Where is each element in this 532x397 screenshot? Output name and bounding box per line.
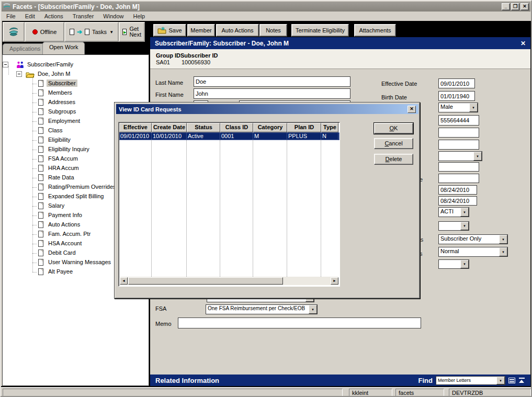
date-field-1[interactable] — [438, 185, 477, 195]
panel-title: Subscriber/Family: Subscriber - Doe, Joh… — [155, 40, 289, 47]
first-name-field[interactable] — [194, 88, 350, 99]
document-icon — [85, 29, 89, 35]
dialog-title-bar[interactable]: View ID Card Requests ✕ — [116, 104, 418, 114]
tab-applications[interactable]: Applications — [3, 43, 47, 54]
status-message-panel — [3, 389, 343, 397]
document-icon — [38, 99, 43, 106]
split-panel-icon[interactable] — [508, 378, 515, 383]
column-header-category[interactable]: Category — [253, 123, 287, 132]
sidebar-item-members[interactable]: Members — [3, 88, 149, 98]
column-header-type[interactable]: Type — [321, 123, 338, 132]
panel-close-icon[interactable]: ✕ — [520, 40, 526, 47]
normal-dropdown[interactable]: Normal▼ — [438, 247, 508, 257]
date-field-2[interactable] — [438, 196, 477, 206]
collapse-panel-icon[interactable] — [518, 378, 525, 383]
cell-class-id: 0001 — [220, 132, 253, 140]
tree-parent-label: Doe, John M — [36, 70, 72, 77]
auto-actions-button[interactable]: Auto Actions — [216, 24, 259, 37]
tree-root-subscriber-family[interactable]: Subscriber/Family — [3, 60, 149, 70]
title-bar[interactable]: Facets - [Subscriber/Family - Doe, John … — [2, 2, 530, 12]
document-icon — [38, 118, 43, 124]
document-icon — [38, 137, 43, 143]
birth-date-field[interactable] — [438, 91, 475, 101]
scroll-left-icon[interactable]: ◄ — [120, 277, 128, 285]
empty-dropdown-1[interactable]: ▼ — [438, 151, 482, 161]
menu-file[interactable]: File — [2, 12, 20, 20]
subscriber-only-dropdown[interactable]: Subscriber Only▼ — [438, 234, 508, 244]
get-next-label-line2: Next — [129, 31, 141, 38]
memo-field[interactable] — [178, 317, 421, 328]
cancel-button[interactable]: Cancel — [374, 138, 413, 149]
member-button[interactable]: Member — [187, 24, 215, 37]
effective-date-label: Effective Date — [381, 81, 417, 87]
id-card-requests-table: Effective Create Date Status Class ID Ca… — [118, 122, 340, 287]
dialog-close-icon[interactable]: ✕ — [408, 106, 416, 113]
empty-dropdown-2[interactable]: ▼ — [438, 221, 469, 231]
status-dropdown[interactable]: ACTI▼ — [438, 207, 469, 217]
scroll-right-icon[interactable]: ► — [331, 277, 338, 285]
cell-plan-id: PPLUS — [287, 132, 321, 140]
column-header-status[interactable]: Status — [187, 123, 220, 132]
facets-logo-button[interactable] — [3, 22, 25, 42]
column-header-effective[interactable]: Effective — [119, 123, 152, 132]
last-name-field[interactable] — [194, 76, 350, 87]
status-database: DEVTRZDB — [449, 389, 531, 397]
notes-button[interactable]: Notes — [259, 24, 287, 37]
column-header-create-date[interactable]: Create Date — [152, 123, 187, 132]
effective-date-field[interactable] — [438, 78, 475, 88]
column-gridline — [287, 140, 287, 277]
app-icon — [3, 3, 10, 10]
collapse-box-icon[interactable] — [16, 71, 22, 77]
tree-node-doe-john-m[interactable]: Doe, John M — [3, 70, 149, 79]
gender-dropdown[interactable]: Male▼ — [438, 103, 478, 112]
menu-actions[interactable]: Actions — [40, 12, 68, 20]
play-icon: ▶ — [123, 30, 126, 34]
fsa-dropdown[interactable]: One FSA Reimbursement per Check/EOB▼ — [206, 304, 318, 314]
get-next-button[interactable]: ▶ Get Next — [119, 22, 145, 42]
tasks-label: Tasks — [92, 29, 107, 35]
chevron-down-icon: ▼ — [499, 247, 507, 256]
view-id-card-requests-dialog: View ID Card Requests ✕ Effective Create… — [114, 102, 420, 299]
offline-button[interactable]: Offline — [25, 22, 64, 42]
chevron-down-icon: ▼ — [460, 222, 469, 230]
delete-button[interactable]: Delete — [374, 154, 413, 165]
group-id-value: SA01 — [156, 59, 170, 65]
tasks-button[interactable]: ➔ Tasks ▼ — [64, 22, 119, 42]
table-header-row: Effective Create Date Status Class ID Ca… — [119, 123, 339, 132]
application-window: Facets - [Subscriber/Family - Doe, John … — [0, 0, 532, 397]
arrow-right-icon: ➔ — [77, 28, 82, 36]
tab-open-work[interactable]: Open Work — [42, 42, 85, 54]
group-id-label: Group ID — [156, 52, 180, 59]
menu-help[interactable]: Help — [128, 12, 150, 20]
document-icon — [38, 174, 43, 181]
horizontal-scrollbar[interactable]: ◄ ► — [120, 277, 338, 285]
menu-transfer[interactable]: Transfer — [68, 12, 99, 20]
menu-edit[interactable]: Edit — [20, 12, 40, 20]
empty-field-2[interactable] — [438, 140, 479, 150]
menu-window[interactable]: Window — [98, 12, 128, 20]
column-gridline — [220, 140, 220, 277]
empty-field-4[interactable] — [438, 174, 479, 183]
save-icon — [157, 27, 166, 34]
column-header-plan-id[interactable]: Plan ID — [287, 123, 321, 132]
maximize-button[interactable]: ❒ — [511, 3, 519, 10]
empty-field-1[interactable] — [438, 128, 479, 138]
sidebar-item-subscriber[interactable]: Subscriber — [3, 79, 149, 88]
empty-field-3[interactable] — [438, 162, 479, 172]
ok-button[interactable]: OK — [374, 123, 413, 134]
facets-logo-icon — [8, 27, 19, 37]
empty-dropdown-3[interactable]: ▼ — [438, 259, 469, 269]
attachments-button[interactable]: Attachments — [354, 24, 396, 37]
close-button[interactable]: ✕ — [520, 3, 529, 10]
save-button[interactable]: Save — [153, 24, 186, 37]
terminate-eligibility-button[interactable]: Terminate Eligibility — [291, 24, 349, 37]
table-row-selected[interactable]: 09/01/2010 10/01/2010 Active 0001 M PPLU… — [119, 132, 339, 140]
subscriber-id-value: 100056930 — [182, 59, 210, 65]
scrollbar-thumb[interactable] — [128, 277, 283, 285]
minimize-button[interactable]: _ — [502, 3, 510, 10]
ssn-field[interactable] — [438, 115, 479, 126]
last-name-label: Last Name — [155, 80, 183, 86]
find-dropdown[interactable]: Member Letters ▼ — [436, 376, 505, 385]
column-header-class-id[interactable]: Class ID — [220, 123, 253, 132]
collapse-box-icon[interactable] — [3, 62, 8, 67]
